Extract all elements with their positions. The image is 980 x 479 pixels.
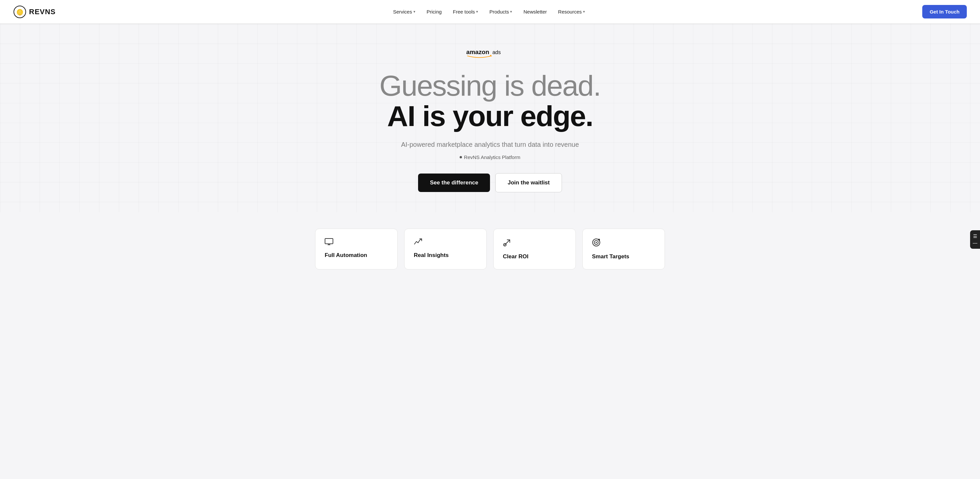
svg-marker-4 [490,55,492,56]
feature-card-targets: Smart Targets [582,229,665,269]
chevron-down-icon: ▾ [510,10,512,14]
svg-line-8 [504,240,510,245]
hero-section: amazon ads Guessing is dead. AI is your … [0,24,980,212]
hero-badge-text: RevNS Analytics Platform [464,154,520,160]
see-difference-button[interactable]: See the difference [418,173,490,192]
navbar: 🪙 REVNS Services ▾ Pricing Free tools ▾ … [0,0,980,24]
hero-heading: Guessing is dead. AI is your edge. [379,71,601,132]
feature-card-roi: Clear ROI [493,229,576,269]
hero-line2: AI is your edge. [379,101,601,131]
feature-roi-label: Clear ROI [503,253,566,260]
svg-text:amazon: amazon [466,48,489,56]
hero-subtitle: AI-powered marketplace analytics that tu… [401,141,579,148]
automation-icon [325,238,388,247]
hero-buttons: See the difference Join the waitlist [418,173,562,193]
nav-free-tools[interactable]: Free tools ▾ [449,6,483,17]
targets-icon [592,238,655,249]
svg-rect-5 [325,239,333,244]
feature-card-automation: Full Automation [315,229,398,269]
side-widget-dash-icon: ― [973,240,977,245]
nav-products[interactable]: Products ▾ [485,6,517,17]
amazon-ads-logo: amazon ads [466,47,514,60]
nav-pricing[interactable]: Pricing [422,6,447,17]
nav-services[interactable]: Services ▾ [388,6,420,17]
join-waitlist-button[interactable]: Join the waitlist [495,173,562,193]
chevron-down-icon: ▾ [583,10,585,14]
nav-newsletter[interactable]: Newsletter [519,6,551,17]
side-widget-icon: ☰ [973,234,977,239]
feature-targets-label: Smart Targets [592,253,655,260]
features-section: Full Automation Real Insights Clear ROI [0,212,980,269]
svg-point-12 [596,242,597,243]
logo-text: REVNS [29,8,56,16]
logo[interactable]: 🪙 REVNS [13,5,56,19]
svg-text:ads: ads [492,49,501,55]
chevron-down-icon: ▾ [476,10,478,14]
nav-resources[interactable]: Resources ▾ [554,6,590,17]
feature-insights-label: Real Insights [414,252,477,259]
badge-dot-icon [460,156,462,158]
chevron-down-icon: ▾ [414,10,415,14]
feature-automation-label: Full Automation [325,252,388,259]
svg-text:🪙: 🪙 [16,9,24,16]
nav-links: Services ▾ Pricing Free tools ▾ Products… [388,6,590,17]
get-in-touch-button[interactable]: Get In Touch [922,5,967,19]
side-widget[interactable]: ☰ ― [970,230,980,249]
feature-card-insights: Real Insights [404,229,487,269]
hero-line1: Guessing is dead. [379,71,601,101]
insights-icon [414,238,477,247]
roi-icon [503,238,566,249]
hero-badge: RevNS Analytics Platform [460,154,520,160]
